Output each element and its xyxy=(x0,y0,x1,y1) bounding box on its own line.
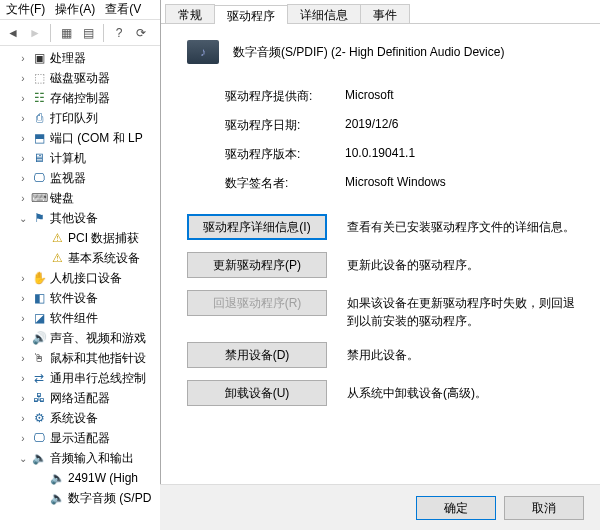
device-manager-panel: 文件(F) 操作(A) 查看(V ◄ ► ▦ ▤ ? ⟳ ›▣处理器›⬚磁盘驱动… xyxy=(0,0,160,530)
tab-events[interactable]: 事件 xyxy=(360,4,410,23)
provider-value: Microsoft xyxy=(345,88,394,105)
tab-details[interactable]: 详细信息 xyxy=(287,4,361,23)
tree-item[interactable]: ›🖥计算机 xyxy=(0,148,160,168)
tree-item[interactable]: ›◧软件设备 xyxy=(0,288,160,308)
tab-driver[interactable]: 驱动程序 xyxy=(214,5,288,24)
chevron-right-icon[interactable]: › xyxy=(16,193,30,204)
tree-item[interactable]: ›🖧网络适配器 xyxy=(0,388,160,408)
tree-item-label: 监视器 xyxy=(50,170,86,187)
chevron-down-icon[interactable]: ⌄ xyxy=(16,453,30,464)
tree-item[interactable]: ›🖵显示适配器 xyxy=(0,428,160,448)
chevron-right-icon[interactable]: › xyxy=(16,173,30,184)
device-title: 数字音频(S/PDIF) (2- High Definition Audio D… xyxy=(233,44,504,61)
tree-item[interactable]: 🔈数字音频 (S/PD xyxy=(0,488,160,508)
speaker-icon: 🔈 xyxy=(48,490,66,506)
tree-item[interactable]: ›⌨键盘 xyxy=(0,188,160,208)
tree-item[interactable]: ⌄🔈音频输入和输出 xyxy=(0,448,160,468)
refresh-icon[interactable]: ⟳ xyxy=(132,24,150,42)
chevron-right-icon[interactable]: › xyxy=(16,273,30,284)
tree-item-label: 打印队列 xyxy=(50,110,98,127)
tree-item-label: 其他设备 xyxy=(50,210,98,227)
audout-icon: 🔈 xyxy=(30,450,48,466)
chevron-right-icon[interactable]: › xyxy=(16,413,30,424)
date-label: 驱动程序日期: xyxy=(225,117,345,134)
tree-item[interactable]: ›🖱鼠标和其他指针设 xyxy=(0,348,160,368)
driver-details-button[interactable]: 驱动程序详细信息(I) xyxy=(187,214,327,240)
tree-item[interactable]: ⚠PCI 数据捕获 xyxy=(0,228,160,248)
warn-icon: ⚠ xyxy=(48,230,66,246)
tree-item[interactable]: ⚠基本系统设备 xyxy=(0,248,160,268)
storage-icon: ☷ xyxy=(30,90,48,106)
chevron-right-icon[interactable]: › xyxy=(16,133,30,144)
help-icon[interactable]: ? xyxy=(110,24,128,42)
tree-item[interactable]: 🔈2491W (High xyxy=(0,468,160,488)
tab-general[interactable]: 常规 xyxy=(165,4,215,23)
tree-item[interactable]: ›☷存储控制器 xyxy=(0,88,160,108)
tree-item[interactable]: ⌄⚑其他设备 xyxy=(0,208,160,228)
tree-item-label: 基本系统设备 xyxy=(68,250,140,267)
audio-device-icon: ♪ xyxy=(187,40,219,64)
chevron-down-icon[interactable]: ⌄ xyxy=(16,213,30,224)
chevron-right-icon[interactable]: › xyxy=(16,313,30,324)
tree-item[interactable]: ›⬒端口 (COM 和 LP xyxy=(0,128,160,148)
hid-icon: ✋ xyxy=(30,270,48,286)
forward-icon[interactable]: ► xyxy=(26,24,44,42)
version-label: 驱动程序版本: xyxy=(225,146,345,163)
tree-item-label: 声音、视频和游戏 xyxy=(50,330,146,347)
tree-item-label: 磁盘驱动器 xyxy=(50,70,110,87)
uninstall-device-button[interactable]: 卸载设备(U) xyxy=(187,380,327,406)
rollback-driver-desc: 如果该设备在更新驱动程序时失败，则回退到以前安装的驱动程序。 xyxy=(347,290,580,330)
tree-item[interactable]: ›🔊声音、视频和游戏 xyxy=(0,328,160,348)
disable-device-button[interactable]: 禁用设备(D) xyxy=(187,342,327,368)
device-tree-scroll[interactable]: ›▣处理器›⬚磁盘驱动器›☷存储控制器›⎙打印队列›⬒端口 (COM 和 LP›… xyxy=(0,46,160,530)
toolbar-divider xyxy=(50,24,51,42)
chevron-right-icon[interactable]: › xyxy=(16,153,30,164)
other-icon: ⚑ xyxy=(30,210,48,226)
chevron-right-icon[interactable]: › xyxy=(16,373,30,384)
tree-item[interactable]: ›⚙系统设备 xyxy=(0,408,160,428)
tree-item-label: 通用串行总线控制 xyxy=(50,370,146,387)
keyboard-icon: ⌨ xyxy=(30,190,48,206)
net-icon: 🖧 xyxy=(30,390,48,406)
menu-file[interactable]: 文件(F) xyxy=(6,1,45,18)
cancel-button[interactable]: 取消 xyxy=(504,496,584,520)
chevron-right-icon[interactable]: › xyxy=(16,433,30,444)
update-driver-button[interactable]: 更新驱动程序(P) xyxy=(187,252,327,278)
display-icon: 🖵 xyxy=(30,430,48,446)
tree-item[interactable]: ›🖵监视器 xyxy=(0,168,160,188)
chevron-right-icon[interactable]: › xyxy=(16,333,30,344)
menu-view[interactable]: 查看(V xyxy=(105,1,141,18)
view-option-icon[interactable]: ▤ xyxy=(79,24,97,42)
chevron-right-icon[interactable]: › xyxy=(16,53,30,64)
printer-icon: ⎙ xyxy=(30,110,48,126)
menu-action[interactable]: 操作(A) xyxy=(55,1,95,18)
tree-item-label: PCI 数据捕获 xyxy=(68,230,139,247)
tree-item[interactable]: ›▣处理器 xyxy=(0,48,160,68)
tree-item[interactable]: ›⎙打印队列 xyxy=(0,108,160,128)
chevron-right-icon[interactable]: › xyxy=(16,353,30,364)
show-hidden-icon[interactable]: ▦ xyxy=(57,24,75,42)
computer-icon: 🖥 xyxy=(30,150,48,166)
tree-item-label: 鼠标和其他指针设 xyxy=(50,350,146,367)
warn-icon: ⚠ xyxy=(48,250,66,266)
update-driver-desc: 更新此设备的驱动程序。 xyxy=(347,252,580,274)
mouse-icon: 🖱 xyxy=(30,350,48,366)
chevron-right-icon[interactable]: › xyxy=(16,93,30,104)
tree-item[interactable]: ›⇄通用串行总线控制 xyxy=(0,368,160,388)
toolbar: ◄ ► ▦ ▤ ? ⟳ xyxy=(0,20,160,46)
tree-item[interactable]: ›⬚磁盘驱动器 xyxy=(0,68,160,88)
tree-item[interactable]: ›◪软件组件 xyxy=(0,308,160,328)
chevron-right-icon[interactable]: › xyxy=(16,73,30,84)
chevron-right-icon[interactable]: › xyxy=(16,113,30,124)
properties-dialog: 常规 驱动程序 详细信息 事件 ♪ 数字音频(S/PDIF) (2- High … xyxy=(160,0,600,530)
uninstall-device-desc: 从系统中卸载设备(高级)。 xyxy=(347,380,580,402)
ok-button[interactable]: 确定 xyxy=(416,496,496,520)
tree-item-label: 软件组件 xyxy=(50,310,98,327)
chevron-right-icon[interactable]: › xyxy=(16,293,30,304)
tree-item-label: 存储控制器 xyxy=(50,90,110,107)
chevron-right-icon[interactable]: › xyxy=(16,393,30,404)
tree-item-label: 人机接口设备 xyxy=(50,270,122,287)
back-icon[interactable]: ◄ xyxy=(4,24,22,42)
tree-item[interactable]: ›✋人机接口设备 xyxy=(0,268,160,288)
tree-item-label: 2491W (High xyxy=(68,471,138,485)
